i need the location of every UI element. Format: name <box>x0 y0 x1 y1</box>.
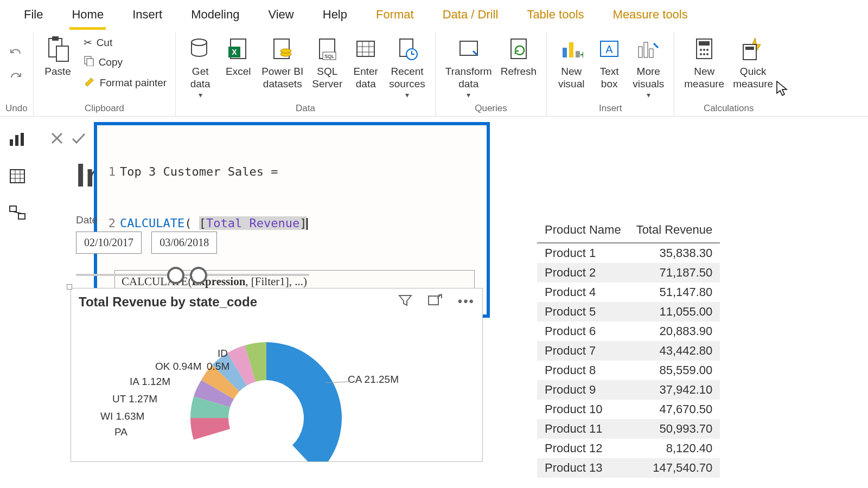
svg-rect-31 <box>644 42 648 57</box>
report-view-button[interactable] <box>7 129 28 150</box>
table-row[interactable]: Product 937,942.10 <box>537 380 720 400</box>
svg-point-38 <box>700 53 702 55</box>
date-from-input[interactable]: 02/10/2017 <box>76 232 142 254</box>
paste-button[interactable]: Paste <box>39 32 77 80</box>
table-row[interactable]: Product 620,883.90 <box>537 322 720 341</box>
table-row[interactable]: Product 13147,540.70 <box>537 458 720 478</box>
svg-rect-43 <box>10 139 13 146</box>
date-to-input[interactable]: 03/06/2018 <box>151 232 217 254</box>
date-slider[interactable] <box>76 267 309 283</box>
undo-button[interactable] <box>8 47 24 63</box>
tab-file[interactable]: File <box>22 4 45 30</box>
chevron-down-icon: ▾ <box>199 91 202 100</box>
donut-label: CA 21.25M <box>348 374 399 386</box>
transform-icon <box>454 34 483 63</box>
recent-sources-button[interactable]: Recent sources▾ <box>385 32 430 101</box>
table-row[interactable]: Product 1150,993.70 <box>537 419 720 439</box>
refresh-button[interactable]: Refresh <box>496 32 541 80</box>
copy-button[interactable]: Copy <box>80 53 170 71</box>
format-painter-button[interactable]: Format painter <box>80 73 170 92</box>
table-row[interactable]: Product 128,120.40 <box>537 439 720 458</box>
redo-icon <box>8 71 24 87</box>
tab-measure-tools[interactable]: Measure tools <box>611 4 690 30</box>
view-rail <box>0 122 35 224</box>
quick-measure-icon <box>738 34 768 63</box>
col-header-product[interactable]: Product Name <box>537 220 629 243</box>
get-data-button[interactable]: Get data▾ <box>181 32 219 101</box>
redo-button[interactable] <box>8 71 24 87</box>
refresh-icon <box>504 34 533 63</box>
ribbon-tabs: File Home Insert Modeling View Help Form… <box>0 0 868 30</box>
svg-rect-15 <box>357 41 374 56</box>
enter-data-button[interactable]: Enter data <box>347 32 385 93</box>
table-row[interactable]: Product 271,187.50 <box>537 263 720 282</box>
model-view-button[interactable] <box>7 202 28 224</box>
donut-label: 0.5M <box>207 361 229 373</box>
tab-table-tools[interactable]: Table tools <box>525 4 586 30</box>
scissors-icon: ✂ <box>84 36 92 49</box>
tab-data-drill[interactable]: Data / Drill <box>441 4 501 30</box>
svg-rect-25 <box>569 42 573 57</box>
formula-commit-button[interactable] <box>68 127 90 149</box>
donut-label: ID <box>218 348 228 359</box>
sql-icon: SQL <box>312 34 342 63</box>
col-header-revenue[interactable]: Total Revenue <box>629 220 720 243</box>
table-row[interactable]: Product 451,147.80 <box>537 282 720 302</box>
quick-measure-button[interactable]: Quick measure <box>729 32 777 93</box>
svg-point-37 <box>706 49 709 51</box>
tab-format[interactable]: Format <box>374 4 416 30</box>
tab-view[interactable]: View <box>266 4 296 30</box>
svg-line-55 <box>325 382 350 383</box>
table-row[interactable]: Product 1047,670.50 <box>537 400 720 419</box>
svg-rect-32 <box>649 49 653 57</box>
filter-icon[interactable] <box>398 294 412 310</box>
mouse-cursor <box>776 80 789 100</box>
more-options-icon[interactable]: ••• <box>458 294 475 310</box>
svg-rect-52 <box>18 214 25 219</box>
chevron-down-icon: ▾ <box>647 91 650 100</box>
sql-server-button[interactable]: SQLSQL Server <box>308 32 347 93</box>
focus-mode-icon[interactable] <box>427 294 443 310</box>
svg-point-39 <box>703 53 705 55</box>
table-row[interactable]: Product 885,559.00 <box>537 361 720 380</box>
excel-icon: X <box>224 34 253 63</box>
more-visuals-icon <box>634 34 663 63</box>
text-box-button[interactable]: AText box <box>590 32 628 93</box>
visual-title: Total Revenue by state_code <box>79 294 398 310</box>
svg-rect-24 <box>563 48 567 57</box>
more-visuals-button[interactable]: More visuals▾ <box>628 32 668 101</box>
tab-modeling[interactable]: Modeling <box>189 4 241 30</box>
cut-button[interactable]: ✂Cut <box>80 34 170 51</box>
svg-rect-2 <box>56 46 68 61</box>
new-visual-button[interactable]: +New visual <box>552 32 590 93</box>
table-row[interactable]: Product 511,055.00 <box>537 302 720 322</box>
data-view-button[interactable] <box>7 165 28 187</box>
calculator-icon <box>690 34 719 63</box>
formula-cancel-button[interactable] <box>46 127 68 149</box>
table-row[interactable]: Product 135,838.30 <box>537 243 720 263</box>
copy-icon <box>84 55 94 69</box>
svg-line-53 <box>13 211 22 214</box>
excel-button[interactable]: XExcel <box>219 32 257 80</box>
slicer-field-label: Date <box>76 214 857 226</box>
product-table[interactable]: Product Name Total Revenue Product 135,8… <box>537 220 720 478</box>
svg-rect-30 <box>639 47 642 57</box>
date-slicer[interactable]: Date 02/10/2017 03/06/2018 <box>76 214 857 283</box>
new-measure-button[interactable]: New measure <box>680 32 729 93</box>
pbi-datasets-icon <box>268 34 297 63</box>
table-row[interactable]: Product 743,442.80 <box>537 341 720 361</box>
donut-visual[interactable]: Total Revenue by state_code ••• <box>71 288 483 462</box>
slider-handle-to[interactable] <box>190 267 207 284</box>
transform-data-button[interactable]: Transform data▾ <box>441 32 496 101</box>
resize-handle[interactable] <box>67 284 72 290</box>
paste-icon <box>43 34 73 63</box>
svg-text:X: X <box>232 48 238 56</box>
tab-help[interactable]: Help <box>321 4 349 30</box>
svg-point-36 <box>703 49 705 51</box>
pbi-datasets-button[interactable]: Power BI datasets <box>257 32 308 93</box>
slider-handle-from[interactable] <box>167 267 184 284</box>
tab-insert[interactable]: Insert <box>130 4 164 30</box>
tab-home[interactable]: Home <box>69 4 106 30</box>
grid-icon <box>351 34 380 63</box>
donut-chart <box>71 315 482 461</box>
